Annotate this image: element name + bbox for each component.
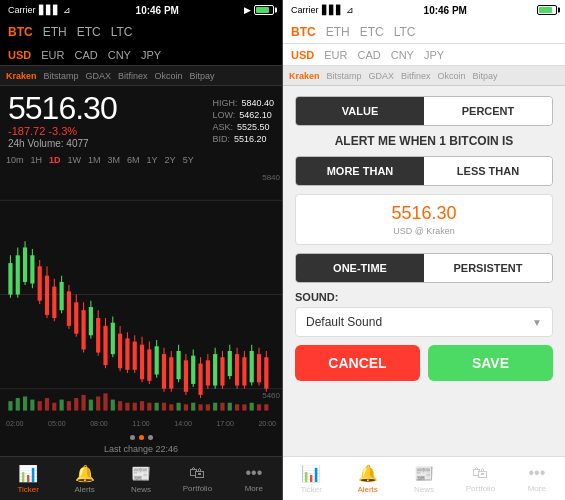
right-status-left: Carrier ▋▋▋ ⊿ [291, 5, 354, 15]
sound-label: SOUND: [295, 291, 553, 303]
left-fiat-cny[interactable]: CNY [108, 49, 131, 61]
portfolio-icon: 🛍 [189, 464, 205, 482]
tf-5y[interactable]: 5Y [183, 155, 194, 165]
volume: 24h Volume: 4077 [8, 138, 117, 149]
right-currency-tabs: BTC ETH ETC LTC [283, 20, 565, 44]
cancel-button[interactable]: CANCEL [295, 345, 420, 381]
right-exch-bitstamp[interactable]: Bitstamp [327, 71, 362, 81]
right-portfolio-icon: 🛍 [472, 464, 488, 482]
tf-1w[interactable]: 1W [68, 155, 82, 165]
tf-1d[interactable]: 1D [49, 155, 61, 165]
right-fiat-usd[interactable]: USD [291, 49, 314, 61]
right-exch-okcoin[interactable]: Okcoin [438, 71, 466, 81]
value-percent-toggle[interactable]: VALUE PERCENT [295, 96, 553, 126]
alerts-icon: 🔔 [75, 464, 95, 483]
left-nav-portfolio[interactable]: 🛍 Portfolio [169, 457, 225, 500]
left-tab-btc[interactable]: BTC [8, 25, 33, 39]
left-tab-eth[interactable]: ETH [43, 25, 67, 39]
last-change-bar: Last change 22:46 [0, 442, 282, 456]
right-nav-alerts[interactable]: 🔔 Alerts [339, 457, 395, 500]
right-exch-bitpay[interactable]: Bitpay [473, 71, 498, 81]
svg-rect-80 [45, 398, 49, 411]
left-nav-news[interactable]: 📰 News [113, 457, 169, 500]
right-tab-btc[interactable]: BTC [291, 25, 316, 39]
right-nav-ticker[interactable]: 📊 Ticker [283, 457, 339, 500]
left-battery-icon [254, 5, 274, 15]
frequency-toggle[interactable]: ONE-TIME PERSISTENT [295, 253, 553, 283]
percent-btn[interactable]: PERCENT [424, 97, 552, 125]
price-input-value: 5516.30 [306, 203, 542, 224]
more-than-btn[interactable]: MORE THAN [296, 157, 424, 185]
left-wifi-icon: ⊿ [63, 5, 71, 15]
left-fiat-eur[interactable]: EUR [41, 49, 64, 61]
right-ticker-icon: 📊 [301, 464, 321, 483]
right-exch-gdax[interactable]: GDAX [369, 71, 395, 81]
right-tab-ltc[interactable]: LTC [394, 25, 416, 39]
save-button[interactable]: SAVE [428, 345, 553, 381]
tf-1h[interactable]: 1H [31, 155, 43, 165]
svg-rect-101 [198, 404, 202, 410]
high-value: 5840.40 [241, 98, 274, 108]
right-fiat-cny[interactable]: CNY [391, 49, 414, 61]
left-tab-ltc[interactable]: LTC [111, 25, 133, 39]
right-fiat-eur[interactable]: EUR [324, 49, 347, 61]
more-icon: ••• [245, 464, 262, 482]
svg-rect-82 [60, 400, 64, 411]
svg-rect-77 [23, 396, 27, 410]
less-than-btn[interactable]: LESS THAN [424, 157, 552, 185]
right-exch-kraken[interactable]: Kraken [289, 71, 320, 81]
left-exch-kraken[interactable]: Kraken [6, 71, 37, 81]
comparison-toggle[interactable]: MORE THAN LESS THAN [295, 156, 553, 186]
left-tab-etc[interactable]: ETC [77, 25, 101, 39]
right-nav-more[interactable]: ••• More [509, 457, 565, 500]
left-carrier: Carrier [8, 5, 36, 15]
right-fiat-cad[interactable]: CAD [357, 49, 380, 61]
bid-label: BID: [212, 134, 230, 144]
left-status-right: ▶ [244, 5, 274, 15]
left-nav-more[interactable]: ••• More [226, 457, 282, 500]
tf-2y[interactable]: 2Y [165, 155, 176, 165]
left-nav-alerts[interactable]: 🔔 Alerts [56, 457, 112, 500]
chart-x-labels: 02:00 05:00 08:00 11:00 14:00 17:00 20:0… [0, 420, 282, 432]
sound-section: SOUND: Default Sound ▼ [295, 291, 553, 337]
left-fiat-jpy[interactable]: JPY [141, 49, 161, 61]
right-fiat-jpy[interactable]: JPY [424, 49, 444, 61]
left-status-time: 10:46 PM [136, 5, 179, 16]
left-exch-gdax[interactable]: GDAX [86, 71, 112, 81]
sound-select[interactable]: Default Sound ▼ [295, 307, 553, 337]
price-input-box[interactable]: 5516.30 USD @ Kraken [295, 194, 553, 245]
one-time-btn[interactable]: ONE-TIME [296, 254, 424, 282]
svg-rect-89 [111, 400, 115, 411]
svg-rect-87 [96, 396, 100, 410]
svg-rect-85 [81, 395, 85, 411]
action-buttons: CANCEL SAVE [295, 345, 553, 381]
right-tab-eth[interactable]: ETH [326, 25, 350, 39]
persistent-btn[interactable]: PERSISTENT [424, 254, 552, 282]
right-exch-bitfinex[interactable]: Bitfinex [401, 71, 431, 81]
left-fiat-usd[interactable]: USD [8, 49, 31, 61]
tf-6m[interactable]: 6M [127, 155, 140, 165]
left-nav-ticker[interactable]: 📊 Ticker [0, 457, 56, 500]
alert-title: ALERT ME WHEN 1 BITCOIN IS [295, 134, 553, 148]
tf-10m[interactable]: 10m [6, 155, 24, 165]
tf-1m[interactable]: 1M [88, 155, 101, 165]
left-price-left: 5516.30 -187.72 -3.3% 24h Volume: 4077 [8, 92, 117, 149]
right-nav-portfolio[interactable]: 🛍 Portfolio [452, 457, 508, 500]
left-fiat-cad[interactable]: CAD [74, 49, 97, 61]
portfolio-label: Portfolio [183, 484, 212, 493]
right-tab-etc[interactable]: ETC [360, 25, 384, 39]
right-news-label: News [414, 485, 434, 494]
left-exch-okcoin[interactable]: Okcoin [155, 71, 183, 81]
svg-rect-98 [177, 403, 181, 411]
right-alerts-icon: 🔔 [358, 464, 378, 483]
tf-1y[interactable]: 1Y [147, 155, 158, 165]
left-exch-bitpay[interactable]: Bitpay [190, 71, 215, 81]
tf-3m[interactable]: 3M [108, 155, 121, 165]
left-exch-bitfinex[interactable]: Bitfinex [118, 71, 148, 81]
chart-container[interactable]: 5840 5460 [0, 169, 282, 420]
svg-rect-90 [118, 401, 122, 410]
left-exch-bitstamp[interactable]: Bitstamp [44, 71, 79, 81]
right-nav-news[interactable]: 📰 News [396, 457, 452, 500]
right-status-time: 10:46 PM [424, 5, 467, 16]
value-btn[interactable]: VALUE [296, 97, 424, 125]
